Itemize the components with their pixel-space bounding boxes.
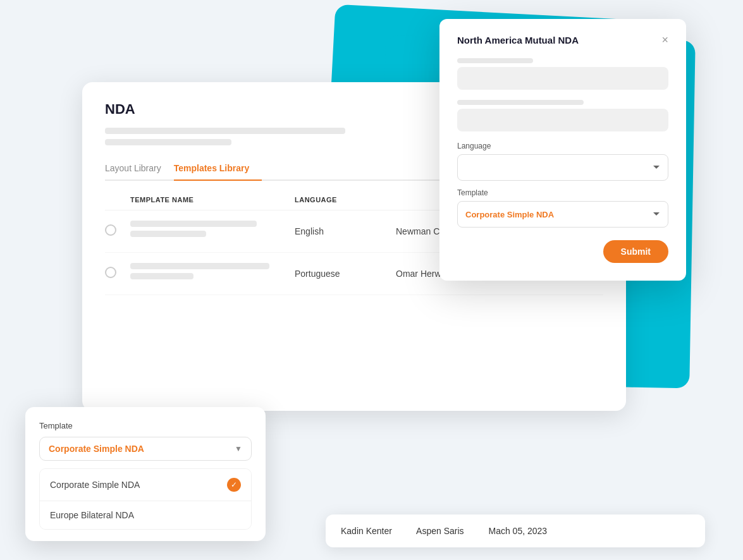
modal-skeleton-box-2 [457, 109, 668, 131]
template-select[interactable]: Corporate Simple NDA Europe Bilateral ND… [457, 201, 668, 228]
skeleton-line-2 [105, 139, 231, 145]
submit-button[interactable]: Submit [603, 240, 668, 263]
modal-skeleton-1 [457, 58, 533, 63]
modal-close-button[interactable]: × [661, 34, 668, 46]
dropdown-selected-text: Corporate Simple NDA [49, 444, 144, 454]
row-radio-1[interactable] [105, 224, 130, 238]
info-card: Kadin Kenter Aspen Saris Mach 05, 2023 [326, 514, 705, 547]
info-client-1: Kadin Kenter [341, 526, 392, 536]
modal-title: North America Mutual NDA [457, 35, 579, 46]
chevron-down-icon: ▼ [235, 444, 242, 453]
dropdown-option-1[interactable]: Corporate Simple NDA ✓ [40, 469, 251, 501]
check-icon-1: ✓ [227, 478, 241, 492]
dropdown-options-list: Corporate Simple NDA ✓ Europe Bilateral … [39, 468, 252, 530]
dropdown-card: Template Corporate Simple NDA ▼ Corporat… [25, 407, 266, 541]
modal-header: North America Mutual NDA × [457, 34, 668, 46]
dropdown-label: Template [39, 421, 252, 430]
tab-layout-library[interactable]: Layout Library [105, 158, 174, 181]
modal-skeleton-box-1 [457, 67, 668, 90]
row-language-1: English [295, 226, 396, 236]
dropdown-option-label-1: Corporate Simple NDA [50, 480, 140, 490]
col-language: LANGUAGE [295, 196, 396, 204]
col-select [105, 196, 130, 204]
template-field-label: Template [457, 188, 668, 197]
info-client-2: Aspen Saris [416, 526, 464, 536]
language-select[interactable] [457, 154, 668, 181]
row-radio-2[interactable] [105, 267, 130, 281]
tab-templates-library[interactable]: Templates Library [174, 158, 262, 181]
info-card-content: Kadin Kenter Aspen Saris Mach 05, 2023 [341, 526, 690, 536]
dropdown-option-2[interactable]: Europe Bilateral NDA [40, 501, 251, 529]
row-language-2: Portuguese [295, 269, 396, 279]
modal-dialog: North America Mutual NDA × Language Temp… [439, 19, 686, 281]
info-date: Mach 05, 2023 [488, 526, 547, 536]
modal-skeleton-2 [457, 100, 584, 105]
language-field-label: Language [457, 142, 668, 150]
dropdown-option-label-2: Europe Bilateral NDA [50, 510, 134, 520]
row-template-name-1 [130, 221, 295, 242]
row-template-name-2 [130, 263, 295, 284]
dropdown-selected-field[interactable]: Corporate Simple NDA ▼ [39, 437, 252, 461]
skeleton-line-1 [105, 128, 345, 134]
col-template-name: TEMPLATE NAME [130, 196, 295, 204]
